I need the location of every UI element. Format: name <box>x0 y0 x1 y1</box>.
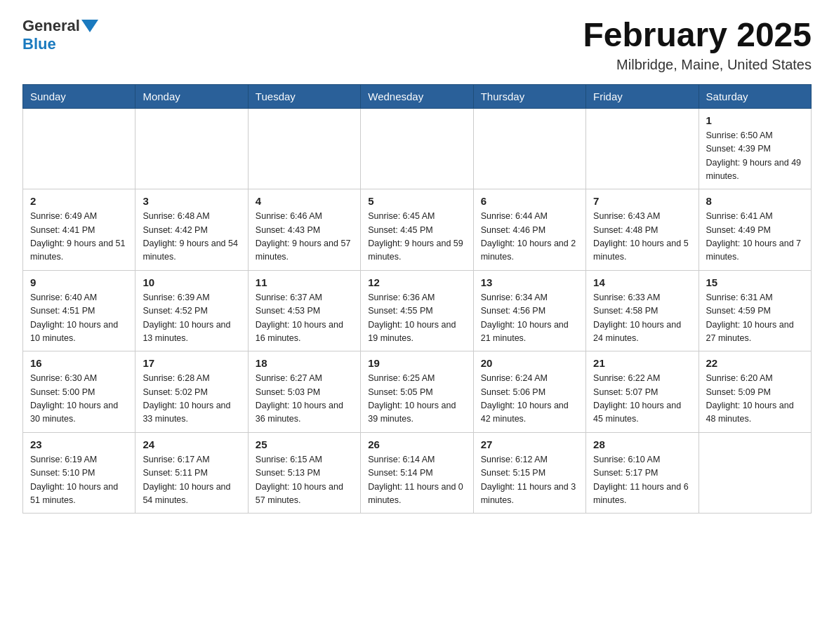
day-of-week-header: Tuesday <box>248 84 360 108</box>
calendar-week-row: 9Sunrise: 6:40 AMSunset: 4:51 PMDaylight… <box>23 270 812 351</box>
calendar-day-cell: 6Sunrise: 6:44 AMSunset: 4:46 PMDaylight… <box>473 189 585 271</box>
calendar-day-cell: 16Sunrise: 6:30 AMSunset: 5:00 PMDayligh… <box>23 351 135 433</box>
calendar-day-cell: 20Sunrise: 6:24 AMSunset: 5:06 PMDayligh… <box>473 351 585 433</box>
calendar-day-cell <box>135 108 248 189</box>
day-info: Sunrise: 6:45 AMSunset: 4:45 PMDaylight:… <box>368 210 465 264</box>
day-info: Sunrise: 6:34 AMSunset: 4:56 PMDaylight:… <box>481 291 578 346</box>
calendar-day-cell: 24Sunrise: 6:17 AMSunset: 5:11 PMDayligh… <box>135 432 248 514</box>
day-info: Sunrise: 6:40 AMSunset: 4:51 PMDaylight:… <box>30 291 128 346</box>
calendar-header: SundayMondayTuesdayWednesdayThursdayFrid… <box>23 84 812 108</box>
day-number: 6 <box>481 195 578 207</box>
day-of-week-header: Friday <box>586 84 699 108</box>
calendar-week-row: 1Sunrise: 6:50 AMSunset: 4:39 PMDaylight… <box>23 108 812 189</box>
calendar-day-cell: 21Sunrise: 6:22 AMSunset: 5:07 PMDayligh… <box>586 351 699 433</box>
day-info: Sunrise: 6:39 AMSunset: 4:52 PMDaylight:… <box>143 291 240 346</box>
day-info: Sunrise: 6:14 AMSunset: 5:14 PMDaylight:… <box>368 453 465 508</box>
day-of-week-header: Monday <box>135 84 248 108</box>
calendar-week-row: 2Sunrise: 6:49 AMSunset: 4:41 PMDaylight… <box>23 189 812 271</box>
calendar-day-cell <box>473 108 585 189</box>
day-number: 5 <box>368 195 465 207</box>
day-info: Sunrise: 6:28 AMSunset: 5:02 PMDaylight:… <box>143 372 240 427</box>
calendar-day-cell: 25Sunrise: 6:15 AMSunset: 5:13 PMDayligh… <box>248 432 360 514</box>
day-number: 28 <box>593 438 691 450</box>
day-info: Sunrise: 6:10 AMSunset: 5:17 PMDaylight:… <box>593 453 691 508</box>
day-number: 22 <box>706 357 804 369</box>
day-number: 8 <box>706 195 804 207</box>
day-info: Sunrise: 6:48 AMSunset: 4:42 PMDaylight:… <box>143 210 240 264</box>
calendar-day-cell: 10Sunrise: 6:39 AMSunset: 4:52 PMDayligh… <box>135 270 248 351</box>
calendar-day-cell: 14Sunrise: 6:33 AMSunset: 4:58 PMDayligh… <box>586 270 699 351</box>
calendar-day-cell: 2Sunrise: 6:49 AMSunset: 4:41 PMDaylight… <box>23 189 135 271</box>
day-info: Sunrise: 6:25 AMSunset: 5:05 PMDaylight:… <box>368 372 465 427</box>
day-info: Sunrise: 6:17 AMSunset: 5:11 PMDaylight:… <box>143 453 240 508</box>
header-row: SundayMondayTuesdayWednesdayThursdayFrid… <box>23 84 812 108</box>
day-info: Sunrise: 6:15 AMSunset: 5:13 PMDaylight:… <box>256 453 353 508</box>
day-info: Sunrise: 6:33 AMSunset: 4:58 PMDaylight:… <box>593 291 691 346</box>
logo-text: General <box>22 17 100 35</box>
calendar-day-cell: 7Sunrise: 6:43 AMSunset: 4:48 PMDaylight… <box>586 189 699 271</box>
page-header: General Blue February 2025 Milbridge, Ma… <box>22 17 812 73</box>
day-info: Sunrise: 6:31 AMSunset: 4:59 PMDaylight:… <box>706 291 804 346</box>
day-number: 14 <box>593 276 691 288</box>
calendar-day-cell: 1Sunrise: 6:50 AMSunset: 4:39 PMDaylight… <box>699 108 811 189</box>
day-info: Sunrise: 6:49 AMSunset: 4:41 PMDaylight:… <box>30 210 128 264</box>
calendar-day-cell: 12Sunrise: 6:36 AMSunset: 4:55 PMDayligh… <box>361 270 473 351</box>
day-number: 16 <box>30 357 128 369</box>
day-number: 21 <box>593 357 691 369</box>
day-number: 19 <box>368 357 465 369</box>
calendar-week-row: 23Sunrise: 6:19 AMSunset: 5:10 PMDayligh… <box>23 432 812 514</box>
calendar-day-cell: 17Sunrise: 6:28 AMSunset: 5:02 PMDayligh… <box>135 351 248 433</box>
day-info: Sunrise: 6:20 AMSunset: 5:09 PMDaylight:… <box>706 372 804 427</box>
calendar-day-cell: 13Sunrise: 6:34 AMSunset: 4:56 PMDayligh… <box>473 270 585 351</box>
calendar-body: 1Sunrise: 6:50 AMSunset: 4:39 PMDaylight… <box>23 108 812 514</box>
calendar-day-cell: 11Sunrise: 6:37 AMSunset: 4:53 PMDayligh… <box>248 270 360 351</box>
day-of-week-header: Thursday <box>473 84 585 108</box>
calendar-day-cell: 28Sunrise: 6:10 AMSunset: 5:17 PMDayligh… <box>586 432 699 514</box>
day-number: 26 <box>368 438 465 450</box>
calendar-day-cell <box>23 108 135 189</box>
day-number: 18 <box>256 357 353 369</box>
day-of-week-header: Sunday <box>23 84 135 108</box>
calendar-table: SundayMondayTuesdayWednesdayThursdayFrid… <box>22 84 812 514</box>
calendar-day-cell: 5Sunrise: 6:45 AMSunset: 4:45 PMDaylight… <box>361 189 473 271</box>
day-number: 1 <box>706 114 804 126</box>
day-info: Sunrise: 6:22 AMSunset: 5:07 PMDaylight:… <box>593 372 691 427</box>
calendar-day-cell: 18Sunrise: 6:27 AMSunset: 5:03 PMDayligh… <box>248 351 360 433</box>
day-number: 7 <box>593 195 691 207</box>
day-info: Sunrise: 6:36 AMSunset: 4:55 PMDaylight:… <box>368 291 465 346</box>
day-info: Sunrise: 6:44 AMSunset: 4:46 PMDaylight:… <box>481 210 578 264</box>
calendar-week-row: 16Sunrise: 6:30 AMSunset: 5:00 PMDayligh… <box>23 351 812 433</box>
day-number: 23 <box>30 438 128 450</box>
day-number: 12 <box>368 276 465 288</box>
day-info: Sunrise: 6:19 AMSunset: 5:10 PMDaylight:… <box>30 453 128 508</box>
calendar-day-cell: 19Sunrise: 6:25 AMSunset: 5:05 PMDayligh… <box>361 351 473 433</box>
calendar-day-cell: 22Sunrise: 6:20 AMSunset: 5:09 PMDayligh… <box>699 351 811 433</box>
day-info: Sunrise: 6:37 AMSunset: 4:53 PMDaylight:… <box>256 291 353 346</box>
day-number: 4 <box>256 195 353 207</box>
day-number: 20 <box>481 357 578 369</box>
calendar-day-cell: 4Sunrise: 6:46 AMSunset: 4:43 PMDaylight… <box>248 189 360 271</box>
day-number: 2 <box>30 195 128 207</box>
day-number: 27 <box>481 438 578 450</box>
day-number: 24 <box>143 438 240 450</box>
day-of-week-header: Saturday <box>699 84 811 108</box>
calendar-day-cell <box>586 108 699 189</box>
day-info: Sunrise: 6:50 AMSunset: 4:39 PMDaylight:… <box>706 129 804 184</box>
calendar-day-cell: 23Sunrise: 6:19 AMSunset: 5:10 PMDayligh… <box>23 432 135 514</box>
day-number: 10 <box>143 276 240 288</box>
day-info: Sunrise: 6:27 AMSunset: 5:03 PMDaylight:… <box>256 372 353 427</box>
calendar-day-cell: 3Sunrise: 6:48 AMSunset: 4:42 PMDaylight… <box>135 189 248 271</box>
day-number: 13 <box>481 276 578 288</box>
title-section: February 2025 Milbridge, Maine, United S… <box>583 17 812 73</box>
calendar-day-cell <box>699 432 811 514</box>
day-info: Sunrise: 6:43 AMSunset: 4:48 PMDaylight:… <box>593 210 691 264</box>
location-text: Milbridge, Maine, United States <box>583 57 812 73</box>
day-of-week-header: Wednesday <box>361 84 473 108</box>
calendar-day-cell: 9Sunrise: 6:40 AMSunset: 4:51 PMDaylight… <box>23 270 135 351</box>
day-info: Sunrise: 6:30 AMSunset: 5:00 PMDaylight:… <box>30 372 128 427</box>
day-info: Sunrise: 6:41 AMSunset: 4:49 PMDaylight:… <box>706 210 804 264</box>
logo-general-text: General <box>22 17 80 35</box>
calendar-day-cell: 27Sunrise: 6:12 AMSunset: 5:15 PMDayligh… <box>473 432 585 514</box>
calendar-day-cell <box>361 108 473 189</box>
month-title: February 2025 <box>583 17 812 54</box>
